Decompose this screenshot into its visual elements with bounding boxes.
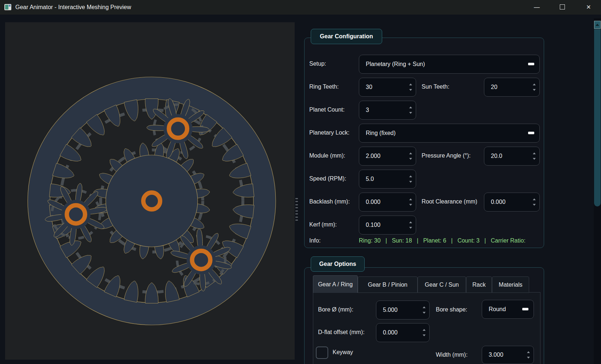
planetary-lock-label: Planetary Lock: (309, 124, 357, 142)
setup-dropdown[interactable]: Planetary (Ring + Sun) (359, 55, 540, 74)
spin-arrows[interactable] (408, 147, 413, 165)
panel-splitter-handle[interactable] (295, 198, 298, 221)
spin-arrows[interactable] (408, 193, 413, 211)
planetary-gear-drawing (5, 22, 295, 360)
backlash-value: 0.000 (366, 193, 380, 211)
tab-gear-c-sun[interactable]: Gear C / Sun (418, 276, 466, 293)
backlash-label: Backlash (mm): (309, 193, 357, 211)
keyway-checkbox[interactable] (316, 346, 328, 359)
gear-preview-canvas[interactable] (5, 22, 295, 360)
app-icon-dot (9, 5, 11, 7)
keyway-width-label: Width (mm): (436, 346, 480, 364)
spin-arrows[interactable] (422, 301, 426, 319)
minimize-button[interactable]: — (525, 0, 548, 15)
bore-diameter-label: Bore Ø (mm): (318, 301, 373, 319)
spin-arrows[interactable] (532, 78, 536, 96)
close-button[interactable]: ✕ (577, 0, 600, 15)
bore-shape-label: Bore shape: (436, 301, 480, 319)
root-clearance-value: 0.000 (491, 193, 505, 211)
kerf-spinbox[interactable]: 0.100 (359, 216, 416, 235)
bore-diameter-value: 5.000 (383, 301, 398, 319)
gear-options-title: Gear Options (311, 256, 365, 272)
sun-teeth-label: Sun Teeth: (422, 78, 480, 96)
scroll-up-icon (596, 24, 599, 26)
title-bar: Gear Animator - Interactive Meshing Prev… (0, 0, 601, 15)
bore-shape-value: Round (489, 300, 506, 318)
spin-arrows[interactable] (532, 193, 536, 211)
dflat-offset-label: D-flat offset (mm): (318, 323, 375, 341)
ring-teeth-value: 30 (366, 78, 372, 96)
tab-rack[interactable]: Rack (466, 276, 492, 293)
minimize-icon: — (534, 4, 540, 10)
window-title: Gear Animator - Interactive Meshing Prev… (15, 0, 131, 15)
dflat-offset-spinbox[interactable]: 0.000 (376, 323, 430, 342)
planetary-lock-dropdown[interactable]: Ring (fixed) (359, 124, 540, 143)
pressure-angle-label: Pressure Angle (°): (422, 147, 482, 165)
sun-teeth-value: 20 (491, 78, 497, 96)
maximize-icon (560, 4, 565, 9)
planetary-lock-value: Ring (fixed) (366, 124, 396, 142)
module-label: Module (mm): (309, 147, 357, 165)
root-clearance-label: Root Clearance (mm): (422, 193, 477, 211)
dropdown-indicator-icon (528, 132, 534, 134)
keyway-width-spinbox[interactable]: 3.000 (482, 346, 534, 364)
scroll-up-button[interactable] (594, 21, 601, 29)
pressure-angle-value: 20.0 (491, 147, 502, 165)
planet-count-value: 3 (366, 101, 369, 119)
module-spinbox[interactable]: 2.000 (359, 147, 416, 166)
speed-value: 5.0 (366, 170, 374, 188)
setup-label: Setup: (309, 55, 357, 73)
ring-teeth-label: Ring Teeth: (309, 78, 357, 96)
keyway-width-value: 3.000 (489, 346, 503, 364)
dflat-offset-value: 0.000 (383, 324, 398, 342)
speed-spinbox[interactable]: 5.0 (359, 170, 416, 189)
close-icon: ✕ (586, 4, 591, 10)
sun-teeth-spinbox[interactable]: 20 (484, 78, 540, 97)
bore-shape-dropdown[interactable]: Round (482, 300, 534, 319)
backlash-spinbox[interactable]: 0.000 (359, 193, 416, 212)
speed-label: Speed (RPM): (309, 170, 357, 188)
ring-teeth-spinbox[interactable]: 30 (359, 78, 416, 97)
info-label: Info: (309, 235, 357, 246)
module-value: 2.000 (366, 147, 380, 165)
kerf-label: Kerf (mm): (309, 216, 357, 234)
tab-gear-a-ring[interactable]: Gear A / Ring (313, 275, 358, 293)
keyway-label: Keyway (333, 346, 369, 358)
maximize-button[interactable] (551, 0, 574, 15)
spin-arrows[interactable] (526, 346, 531, 364)
spin-arrows[interactable] (408, 78, 413, 96)
gear-configuration-title: Gear Configuration (311, 29, 382, 44)
kerf-value: 0.100 (366, 216, 380, 234)
app-icon (4, 4, 11, 10)
dropdown-indicator-icon (522, 308, 528, 310)
planet-count-label: Planet Count: (309, 101, 357, 119)
spin-arrows[interactable] (408, 216, 413, 234)
spin-arrows[interactable] (532, 147, 536, 165)
spin-arrows[interactable] (422, 324, 426, 342)
dropdown-indicator-icon (528, 63, 534, 65)
planet-count-spinbox[interactable]: 3 (359, 101, 416, 120)
app-icon-art (5, 5, 8, 9)
bore-diameter-spinbox[interactable]: 5.000 (376, 301, 430, 320)
tab-materials[interactable]: Materials (492, 276, 529, 293)
tab-gear-b-pinion[interactable]: Gear B / Pinion (358, 276, 418, 293)
pressure-angle-spinbox[interactable]: 20.0 (484, 147, 540, 166)
scrollbar-thumb[interactable] (594, 29, 601, 206)
spin-arrows[interactable] (408, 101, 413, 119)
spin-arrows[interactable] (408, 170, 413, 188)
root-clearance-spinbox[interactable]: 0.000 (484, 193, 540, 212)
info-readout: Ring: 30 | Sun: 18 | Planet: 6 | Count: … (359, 235, 539, 246)
setup-value: Planetary (Ring + Sun) (366, 55, 425, 73)
